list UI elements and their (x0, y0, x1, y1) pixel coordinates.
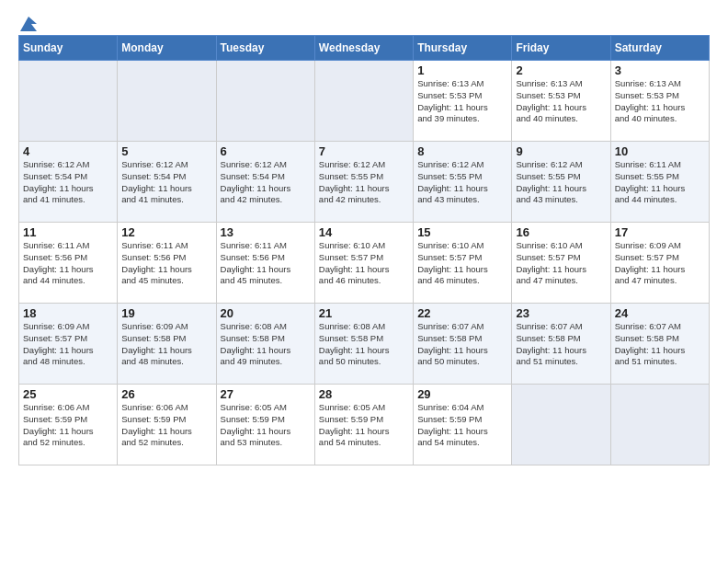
day-number: 1 (417, 63, 507, 77)
day-info: Sunrise: 6:12 AM Sunset: 5:54 PM Dayligh… (23, 159, 113, 206)
calendar-cell (118, 61, 216, 142)
day-info: Sunrise: 6:10 AM Sunset: 5:57 PM Dayligh… (417, 240, 507, 287)
day-number: 14 (319, 225, 409, 239)
header (18, 15, 710, 28)
day-info: Sunrise: 6:13 AM Sunset: 5:53 PM Dayligh… (615, 78, 705, 125)
day-number: 26 (121, 387, 211, 401)
day-info: Sunrise: 6:12 AM Sunset: 5:55 PM Dayligh… (319, 159, 409, 206)
day-header-tuesday: Tuesday (216, 36, 314, 61)
day-info: Sunrise: 6:13 AM Sunset: 5:53 PM Dayligh… (516, 78, 606, 125)
calendar-cell: 2Sunrise: 6:13 AM Sunset: 5:53 PM Daylig… (512, 61, 610, 142)
calendar-cell: 1Sunrise: 6:13 AM Sunset: 5:53 PM Daylig… (414, 61, 512, 142)
calendar-week-3: 18Sunrise: 6:09 AM Sunset: 5:57 PM Dayli… (19, 304, 710, 385)
calendar-cell: 28Sunrise: 6:05 AM Sunset: 5:59 PM Dayli… (314, 385, 413, 465)
day-info: Sunrise: 6:09 AM Sunset: 5:58 PM Dayligh… (121, 321, 211, 368)
day-info: Sunrise: 6:05 AM Sunset: 5:59 PM Dayligh… (319, 402, 409, 449)
day-info: Sunrise: 6:11 AM Sunset: 5:55 PM Dayligh… (615, 159, 705, 206)
day-info: Sunrise: 6:10 AM Sunset: 5:57 PM Dayligh… (319, 240, 409, 287)
day-number: 28 (319, 387, 409, 401)
day-header-monday: Monday (118, 36, 216, 61)
day-info: Sunrise: 6:11 AM Sunset: 5:56 PM Dayligh… (23, 240, 113, 287)
calendar-cell: 3Sunrise: 6:13 AM Sunset: 5:53 PM Daylig… (610, 61, 709, 142)
calendar-week-4: 25Sunrise: 6:06 AM Sunset: 5:59 PM Dayli… (19, 385, 710, 465)
day-info: Sunrise: 6:10 AM Sunset: 5:57 PM Dayligh… (516, 240, 606, 287)
day-number: 7 (319, 144, 409, 158)
calendar-week-1: 4Sunrise: 6:12 AM Sunset: 5:54 PM Daylig… (19, 142, 710, 223)
day-header-wednesday: Wednesday (314, 36, 413, 61)
calendar-cell: 5Sunrise: 6:12 AM Sunset: 5:54 PM Daylig… (118, 142, 216, 223)
day-number: 13 (221, 225, 311, 239)
day-number: 25 (23, 387, 113, 401)
calendar-cell: 19Sunrise: 6:09 AM Sunset: 5:58 PM Dayli… (118, 304, 216, 385)
day-info: Sunrise: 6:12 AM Sunset: 5:55 PM Dayligh… (516, 159, 606, 206)
day-number: 6 (221, 144, 311, 158)
day-header-thursday: Thursday (414, 36, 512, 61)
day-header-friday: Friday (512, 36, 610, 61)
calendar-header-row: SundayMondayTuesdayWednesdayThursdayFrid… (19, 36, 710, 61)
calendar-body: 1Sunrise: 6:13 AM Sunset: 5:53 PM Daylig… (19, 61, 710, 465)
day-number: 8 (417, 144, 507, 158)
calendar-table: SundayMondayTuesdayWednesdayThursdayFrid… (18, 35, 710, 465)
calendar-cell: 11Sunrise: 6:11 AM Sunset: 5:56 PM Dayli… (19, 223, 118, 304)
calendar-cell: 6Sunrise: 6:12 AM Sunset: 5:54 PM Daylig… (216, 142, 314, 223)
calendar-cell: 22Sunrise: 6:07 AM Sunset: 5:58 PM Dayli… (414, 304, 512, 385)
day-info: Sunrise: 6:08 AM Sunset: 5:58 PM Dayligh… (319, 321, 409, 368)
day-number: 18 (23, 306, 113, 320)
day-info: Sunrise: 6:12 AM Sunset: 5:54 PM Dayligh… (221, 159, 311, 206)
day-number: 5 (121, 144, 211, 158)
calendar-week-2: 11Sunrise: 6:11 AM Sunset: 5:56 PM Dayli… (19, 223, 710, 304)
day-number: 22 (417, 306, 507, 320)
calendar-cell: 23Sunrise: 6:07 AM Sunset: 5:58 PM Dayli… (512, 304, 610, 385)
calendar-cell: 25Sunrise: 6:06 AM Sunset: 5:59 PM Dayli… (19, 385, 118, 465)
calendar-cell: 20Sunrise: 6:08 AM Sunset: 5:58 PM Dayli… (216, 304, 314, 385)
day-info: Sunrise: 6:06 AM Sunset: 5:59 PM Dayligh… (23, 402, 113, 449)
calendar-cell: 24Sunrise: 6:07 AM Sunset: 5:58 PM Dayli… (610, 304, 709, 385)
day-number: 4 (23, 144, 113, 158)
svg-marker-0 (20, 17, 37, 31)
day-info: Sunrise: 6:11 AM Sunset: 5:56 PM Dayligh… (121, 240, 211, 287)
day-number: 3 (615, 63, 705, 77)
day-number: 11 (23, 225, 113, 239)
calendar-cell (512, 385, 610, 465)
calendar-cell: 14Sunrise: 6:10 AM Sunset: 5:57 PM Dayli… (314, 223, 413, 304)
day-info: Sunrise: 6:12 AM Sunset: 5:54 PM Dayligh… (121, 159, 211, 206)
calendar-cell: 29Sunrise: 6:04 AM Sunset: 5:59 PM Dayli… (414, 385, 512, 465)
day-info: Sunrise: 6:12 AM Sunset: 5:55 PM Dayligh… (417, 159, 507, 206)
calendar-cell: 9Sunrise: 6:12 AM Sunset: 5:55 PM Daylig… (512, 142, 610, 223)
day-info: Sunrise: 6:13 AM Sunset: 5:53 PM Dayligh… (417, 78, 507, 125)
day-info: Sunrise: 6:09 AM Sunset: 5:57 PM Dayligh… (615, 240, 705, 287)
day-info: Sunrise: 6:09 AM Sunset: 5:57 PM Dayligh… (23, 321, 113, 368)
day-number: 20 (221, 306, 311, 320)
calendar-cell (19, 61, 118, 142)
day-info: Sunrise: 6:08 AM Sunset: 5:58 PM Dayligh… (221, 321, 311, 368)
calendar-cell: 10Sunrise: 6:11 AM Sunset: 5:55 PM Dayli… (610, 142, 709, 223)
calendar-cell: 16Sunrise: 6:10 AM Sunset: 5:57 PM Dayli… (512, 223, 610, 304)
calendar-cell: 21Sunrise: 6:08 AM Sunset: 5:58 PM Dayli… (314, 304, 413, 385)
calendar-cell: 8Sunrise: 6:12 AM Sunset: 5:55 PM Daylig… (414, 142, 512, 223)
day-number: 21 (319, 306, 409, 320)
day-number: 2 (516, 63, 606, 77)
calendar-cell: 27Sunrise: 6:05 AM Sunset: 5:59 PM Dayli… (216, 385, 314, 465)
calendar-cell: 15Sunrise: 6:10 AM Sunset: 5:57 PM Dayli… (414, 223, 512, 304)
day-info: Sunrise: 6:07 AM Sunset: 5:58 PM Dayligh… (615, 321, 705, 368)
logo-icon (20, 17, 37, 31)
day-info: Sunrise: 6:07 AM Sunset: 5:58 PM Dayligh… (417, 321, 507, 368)
day-number: 27 (221, 387, 311, 401)
day-number: 10 (615, 144, 705, 158)
day-info: Sunrise: 6:06 AM Sunset: 5:59 PM Dayligh… (121, 402, 211, 449)
calendar-cell (314, 61, 413, 142)
day-info: Sunrise: 6:05 AM Sunset: 5:59 PM Dayligh… (221, 402, 311, 449)
day-number: 29 (417, 387, 507, 401)
calendar-cell: 18Sunrise: 6:09 AM Sunset: 5:57 PM Dayli… (19, 304, 118, 385)
day-number: 19 (121, 306, 211, 320)
calendar-cell (610, 385, 709, 465)
calendar-cell: 13Sunrise: 6:11 AM Sunset: 5:56 PM Dayli… (216, 223, 314, 304)
day-info: Sunrise: 6:07 AM Sunset: 5:58 PM Dayligh… (516, 321, 606, 368)
day-number: 15 (417, 225, 507, 239)
day-number: 9 (516, 144, 606, 158)
day-number: 17 (615, 225, 705, 239)
calendar-cell: 12Sunrise: 6:11 AM Sunset: 5:56 PM Dayli… (118, 223, 216, 304)
calendar-cell: 7Sunrise: 6:12 AM Sunset: 5:55 PM Daylig… (314, 142, 413, 223)
calendar-cell: 26Sunrise: 6:06 AM Sunset: 5:59 PM Dayli… (118, 385, 216, 465)
logo (18, 18, 37, 28)
